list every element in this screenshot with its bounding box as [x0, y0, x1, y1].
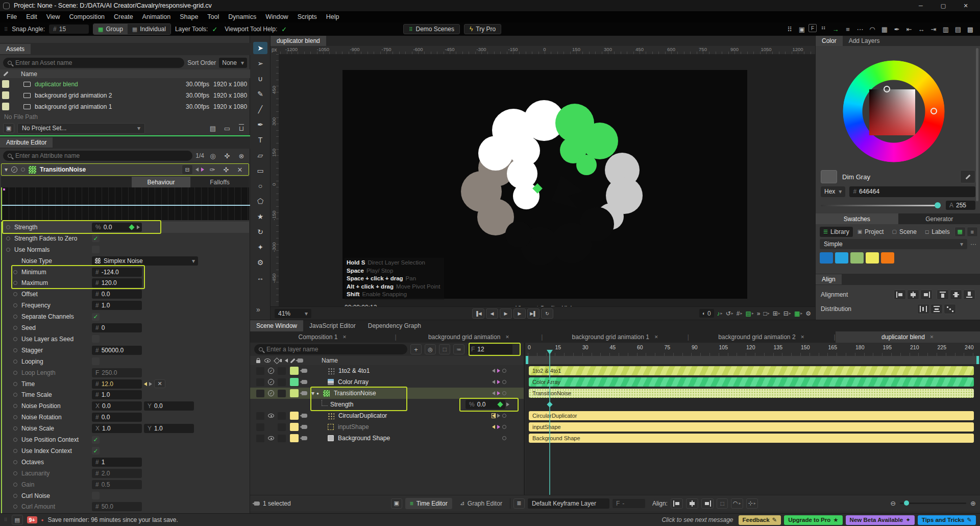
- state-cell[interactable]: ✓: [264, 390, 278, 396]
- lock-cell[interactable]: [256, 435, 264, 442]
- prev-keyframe-icon[interactable]: [144, 382, 147, 386]
- attr-checkbox[interactable]: ✓: [92, 447, 100, 455]
- align-center-icon[interactable]: ↔: [916, 24, 927, 34]
- attr-dot[interactable]: [13, 315, 17, 319]
- attr-field[interactable]: #2.0: [92, 469, 142, 478]
- attr-dot[interactable]: [13, 292, 17, 296]
- graph-editor-button[interactable]: ⊿Graph Editor: [455, 498, 507, 509]
- palette-select[interactable]: Simple▾: [820, 239, 967, 249]
- gear-icon[interactable]: ⚙: [805, 310, 811, 317]
- comp-tab[interactable]: background grid animation 2✕: [689, 331, 834, 343]
- attribute-search-input[interactable]: Enter an Attribute name: [3, 151, 192, 161]
- keyframe-diamond-icon[interactable]: [129, 224, 134, 230]
- playhead-line[interactable]: [549, 351, 550, 495]
- layer-search-input[interactable]: Enter a layer name: [254, 344, 407, 354]
- attr-field[interactable]: #120.0: [92, 278, 142, 288]
- h-ruler[interactable]: -1200-1050-900-750-600-450-300-150015030…: [279, 46, 815, 54]
- eyedropper-button[interactable]: [960, 170, 975, 183]
- prev-keyframe-icon[interactable]: [492, 414, 495, 418]
- attr-dot[interactable]: [13, 505, 17, 509]
- timeline-zoom-slider[interactable]: [900, 503, 966, 504]
- align-left-icon[interactable]: ⇤: [903, 24, 915, 34]
- expand-icon[interactable]: ▾: [311, 390, 314, 397]
- distribute-grid-button[interactable]: [944, 304, 956, 314]
- next-keyframe-icon[interactable]: [201, 168, 204, 172]
- add-keyframe-icon[interactable]: [502, 414, 506, 418]
- layer-row-background-shape[interactable]: Background Shape: [250, 433, 524, 444]
- attr-field-x[interactable]: X1.0: [92, 424, 142, 433]
- project-folder-button[interactable]: ▣: [3, 123, 14, 133]
- attr-field[interactable]: #1.0: [92, 390, 142, 399]
- skip-end-button[interactable]: ▶▌: [527, 308, 540, 319]
- prev-keyframe-icon[interactable]: [195, 168, 199, 172]
- remove-expression-icon[interactable]: ✕: [154, 379, 165, 388]
- layer-row-circularduplicator[interactable]: CircularDuplicator: [250, 410, 524, 421]
- attr-dot[interactable]: [6, 225, 10, 229]
- source-scene[interactable]: ▢Scene: [888, 227, 920, 237]
- track-bar-background-shape[interactable]: Background Shape: [529, 434, 974, 443]
- attr-dot[interactable]: [13, 337, 17, 341]
- attr-field[interactable]: #1: [92, 458, 142, 467]
- panel-splitter[interactable]: [524, 343, 525, 495]
- comp-tab[interactable]: background grid animation✕: [397, 331, 542, 343]
- clear-search-icon[interactable]: ⊗: [236, 151, 247, 161]
- timeline-ruler[interactable]: 0153045607590105120135150165180195210225…: [526, 343, 980, 356]
- state-cell[interactable]: ✓: [264, 379, 278, 385]
- transform-tool[interactable]: ▱: [253, 149, 267, 161]
- color-swatch-chip[interactable]: [820, 252, 833, 264]
- timeline-area[interactable]: 0153045607590105120135150165180195210225…: [526, 343, 980, 495]
- layer-tag-icon[interactable]: [302, 380, 307, 384]
- menu-file[interactable]: File: [2, 11, 21, 22]
- minimize-button[interactable]: ─: [910, 0, 932, 11]
- add-keyframe-icon[interactable]: [502, 425, 506, 429]
- settings-tool[interactable]: ⚙: [253, 256, 267, 269]
- grid-cells-icon[interactable]: ▩: [965, 24, 976, 34]
- step-back-button[interactable]: ◀: [486, 308, 498, 319]
- sort-order-select[interactable]: None▾: [219, 58, 247, 68]
- attr-dot[interactable]: [6, 248, 10, 252]
- attr-dot[interactable]: [13, 460, 17, 464]
- layer-row-inputshape[interactable]: inputShape: [250, 421, 524, 433]
- attr-field[interactable]: #-124.0: [92, 268, 142, 277]
- add-keyframe-icon[interactable]: [502, 369, 506, 373]
- project-set-select[interactable]: No Project Set...▾: [17, 123, 145, 134]
- attr-field[interactable]: #50000.0: [92, 346, 142, 355]
- align-bottom-button[interactable]: [963, 290, 975, 300]
- attr-dot[interactable]: [13, 281, 17, 285]
- tab-falloffs[interactable]: Falloffs: [190, 177, 249, 187]
- layer-tag-icon[interactable]: [302, 414, 307, 418]
- layer-color-swatch[interactable]: [290, 423, 299, 431]
- pivot-icon[interactable]: ↺▸: [726, 310, 733, 317]
- attr-dot[interactable]: [13, 438, 17, 442]
- star-tool[interactable]: ★: [253, 210, 267, 223]
- layer-color-swatch[interactable]: [290, 434, 299, 442]
- lock-cell[interactable]: [256, 390, 264, 397]
- layer-tag-icon[interactable]: [302, 436, 307, 440]
- add-keyframe-icon[interactable]: [502, 391, 506, 395]
- transitionnoise-header[interactable]: ▾✓TransitionNoise⊟✑✜✕: [1, 163, 249, 176]
- target-icon[interactable]: ✜: [220, 164, 232, 175]
- expand-rail-icon[interactable]: »: [256, 305, 260, 314]
- add-keyframe-icon[interactable]: [502, 380, 506, 384]
- attr-dot[interactable]: [13, 426, 17, 431]
- group-button[interactable]: ▦Group: [93, 24, 128, 34]
- attr-field[interactable]: #0.0: [92, 413, 142, 422]
- attr-dot[interactable]: [13, 415, 17, 419]
- distribute-v-button[interactable]: [930, 304, 943, 314]
- asset-row[interactable]: background grid animation 130.00fps1920 …: [0, 101, 250, 112]
- menu-tool[interactable]: Tool: [203, 11, 224, 22]
- strength-keyframe[interactable]: [547, 401, 552, 407]
- pen-tool[interactable]: ✒: [253, 118, 267, 131]
- viewport-tab[interactable]: duplicator blend: [271, 36, 326, 46]
- next-keyframe-icon[interactable]: [506, 402, 509, 407]
- next-keyframe-icon[interactable]: [137, 225, 140, 229]
- attr-field-y[interactable]: Y1.0: [144, 424, 194, 433]
- snap-box-button[interactable]: ⬚: [717, 498, 728, 509]
- attr-dot[interactable]: [13, 494, 17, 498]
- color-swatch-chip[interactable]: [835, 252, 848, 264]
- direct-select-tool[interactable]: ➢: [253, 57, 267, 69]
- locate-icon[interactable]: ✜: [222, 151, 233, 161]
- layer-color-swatch[interactable]: [290, 389, 299, 397]
- next-message-hint[interactable]: Click to see next message: [662, 516, 733, 523]
- viewport-help-check[interactable]: ✓: [281, 26, 287, 33]
